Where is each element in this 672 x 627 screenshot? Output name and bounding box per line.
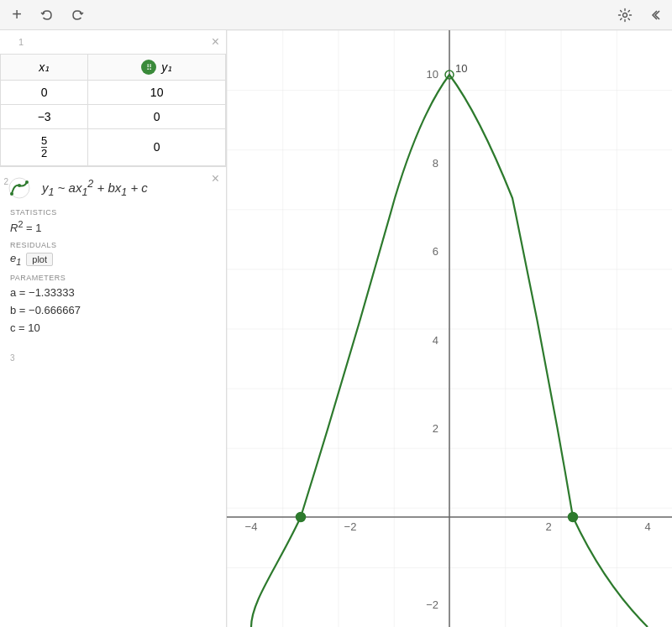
parameters-label: PARAMETERS — [10, 274, 216, 282]
svg-point-3 — [18, 184, 21, 187]
residuals-row: e1 plot — [10, 252, 216, 267]
redo-button[interactable] — [67, 5, 87, 25]
close-regression-button[interactable]: × — [212, 172, 219, 185]
line-number-3: 3 — [10, 353, 216, 363]
svg-point-20 — [569, 513, 578, 522]
add-button[interactable]: + — [7, 5, 27, 25]
undo-button[interactable] — [37, 5, 57, 25]
data-table-block: × 1 x₁ y₁ — [0, 30, 226, 167]
collapse-button[interactable] — [645, 5, 665, 25]
svg-point-4 — [25, 180, 29, 184]
svg-text:2: 2 — [545, 520, 551, 533]
regression-logo — [8, 177, 30, 202]
svg-text:2: 2 — [433, 422, 438, 435]
svg-point-0 — [623, 13, 627, 17]
svg-point-19 — [297, 513, 306, 522]
cell-x1[interactable]: 0 — [1, 81, 88, 105]
left-panel: × 1 x₁ y₁ — [0, 30, 227, 627]
e1-label: e1 — [10, 252, 21, 267]
svg-point-2 — [10, 192, 13, 196]
svg-text:10: 10 — [455, 62, 467, 75]
svg-text:−2: −2 — [426, 598, 438, 611]
regression-block: × 2 y1 ~ ax12 + bx1 + c STATISTICS — [0, 167, 226, 627]
svg-text:−2: −2 — [344, 520, 357, 533]
table-row: 5 2 0 — [1, 129, 226, 166]
y1-color-dot[interactable] — [141, 60, 156, 75]
svg-text:8: 8 — [433, 157, 438, 170]
graph-svg: −4 −2 2 4 −2 2 4 6 8 10 — [227, 30, 672, 627]
settings-button[interactable] — [615, 5, 635, 25]
data-table: x₁ y₁ 0 10 — [0, 54, 226, 166]
param-a: a = −1.33333 — [10, 285, 216, 302]
svg-text:6: 6 — [433, 245, 438, 258]
cell-y1[interactable]: 10 — [88, 81, 226, 105]
col-header-y: y₁ — [88, 55, 226, 81]
parameters-list: a = −1.33333 b = −0.666667 c = 10 — [10, 285, 216, 337]
statistics-label: STATISTICS — [10, 208, 216, 217]
svg-text:−4: −4 — [245, 520, 258, 533]
cell-x3[interactable]: 5 2 — [1, 129, 88, 166]
regression-formula: y1 ~ ax12 + bx1 + c — [42, 177, 216, 201]
param-b: b = −0.666667 — [10, 302, 216, 320]
table-row: −3 0 — [1, 105, 226, 129]
svg-text:4: 4 — [433, 334, 438, 347]
cell-y2[interactable]: 0 — [88, 105, 226, 129]
cell-x2[interactable]: −3 — [1, 105, 88, 129]
plot-button[interactable]: plot — [26, 253, 53, 266]
residuals-label: RESIDUALS — [10, 241, 216, 249]
r-squared-value: R2 = 1 — [10, 219, 216, 234]
param-c: c = 10 — [10, 320, 216, 337]
svg-text:10: 10 — [427, 68, 438, 81]
toolbar: + — [0, 0, 672, 30]
line-number-2: 2 — [0, 177, 8, 186]
col-header-x: x₁ — [1, 55, 88, 81]
svg-text:4: 4 — [644, 520, 650, 533]
graph-area[interactable]: −4 −2 2 4 −2 2 4 6 8 10 — [227, 30, 672, 627]
close-table-button[interactable]: × — [212, 35, 219, 49]
main-area: × 1 x₁ y₁ — [0, 30, 672, 627]
table-row: 0 10 — [1, 81, 226, 105]
cell-y3[interactable]: 0 — [88, 129, 226, 166]
